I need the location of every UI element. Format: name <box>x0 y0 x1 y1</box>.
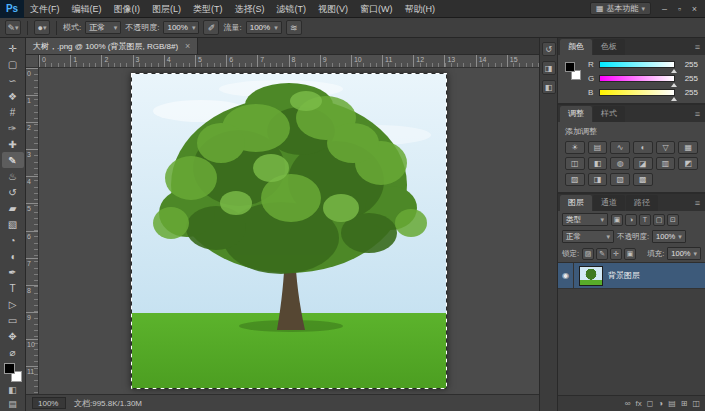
layer-filter-select[interactable]: 类型 ▾ <box>562 213 608 226</box>
menu-item[interactable]: 图像(I) <box>108 0 147 18</box>
lock-transparency-icon[interactable]: ▨ <box>582 248 594 260</box>
brush-tool[interactable]: ✎ <box>2 152 24 168</box>
green-channel-slider[interactable] <box>599 75 675 82</box>
collapsed-history-panel-icon[interactable]: ↺ <box>542 42 556 56</box>
minimize-button[interactable]: – <box>657 0 672 18</box>
filter-shape-layers-icon[interactable]: ▢ <box>653 214 665 226</box>
foreground-background-swatches[interactable] <box>4 363 22 382</box>
tab-paths[interactable]: 路径 <box>626 195 658 211</box>
posterize-adjustment-icon[interactable]: ▨ <box>565 173 585 186</box>
menu-item[interactable]: 文件(F) <box>24 0 66 18</box>
eraser-tool[interactable]: ▰ <box>2 200 24 216</box>
filter-adjustment-layers-icon[interactable]: ◑ <box>625 214 637 226</box>
workspace-switcher-button[interactable]: ▦ 基本功能 ▾ <box>590 2 651 15</box>
blue-channel-slider[interactable] <box>599 89 675 96</box>
move-tool[interactable]: ✛ <box>2 40 24 56</box>
tab-layers[interactable]: 图层 <box>560 195 592 211</box>
collapsed-info-panel-icon[interactable]: ◧ <box>542 80 556 94</box>
type-tool[interactable]: T <box>2 280 24 296</box>
hue-saturation-adjustment-icon[interactable]: ▦ <box>678 141 698 154</box>
lock-position-icon[interactable]: ✛ <box>610 248 622 260</box>
new-group-icon[interactable]: ▤ <box>668 399 676 408</box>
healing-brush-tool[interactable]: ✚ <box>2 136 24 152</box>
lock-pixels-icon[interactable]: ✎ <box>596 248 608 260</box>
filter-type-layers-icon[interactable]: T <box>639 214 651 226</box>
dodge-tool[interactable]: ◖ <box>2 248 24 264</box>
opacity-select[interactable]: 100% ▾ <box>163 21 199 34</box>
brightness-contrast-adjustment-icon[interactable]: ☀ <box>565 141 585 154</box>
slider-thumb[interactable] <box>671 94 677 101</box>
panel-menu-icon[interactable]: ≡ <box>690 109 705 122</box>
document-image[interactable] <box>131 73 447 389</box>
menu-item[interactable]: 类型(T) <box>187 0 229 18</box>
collapsed-properties-panel-icon[interactable]: ◨ <box>542 61 556 75</box>
selective-color-adjustment-icon[interactable]: ▩ <box>633 173 653 186</box>
close-button[interactable]: × <box>687 0 702 18</box>
lock-all-icon[interactable]: ▣ <box>624 248 636 260</box>
airbrush-toggle-button[interactable]: ≋ <box>286 20 302 35</box>
menu-item[interactable]: 视图(V) <box>312 0 354 18</box>
screen-mode-button[interactable]: ▤ <box>2 397 24 411</box>
green-channel-value[interactable]: 255 <box>679 74 698 83</box>
menu-item[interactable]: 编辑(E) <box>66 0 108 18</box>
menu-item[interactable]: 选择(S) <box>229 0 271 18</box>
filter-smart-object-icon[interactable]: ⊡ <box>667 214 679 226</box>
layer-blend-mode-select[interactable]: 正常 ▾ <box>562 230 614 243</box>
layer-row-background[interactable]: ◉ 背景图层 <box>558 263 705 289</box>
color-panel-swatches[interactable] <box>565 60 582 86</box>
path-selection-tool[interactable]: ▷ <box>2 296 24 312</box>
layer-visibility-toggle[interactable]: ◉ <box>558 263 574 288</box>
blend-mode-select[interactable]: 正常 ▾ <box>85 21 121 34</box>
crop-tool[interactable]: # <box>2 104 24 120</box>
blur-tool[interactable]: ◔ <box>2 232 24 248</box>
tab-swatches[interactable]: 色板 <box>593 39 625 55</box>
slider-thumb[interactable] <box>671 66 677 73</box>
panel-menu-icon[interactable]: ≡ <box>690 42 705 55</box>
delete-layer-icon[interactable]: ◫ <box>692 399 700 408</box>
tab-adjustments[interactable]: 调整 <box>560 106 592 122</box>
history-brush-tool[interactable]: ↺ <box>2 184 24 200</box>
rectangular-marquee-tool[interactable]: ▢ <box>2 56 24 72</box>
gradient-tool[interactable]: ▧ <box>2 216 24 232</box>
menu-item[interactable]: 帮助(H) <box>399 0 442 18</box>
hand-tool[interactable]: ✥ <box>2 328 24 344</box>
shape-tool[interactable]: ▭ <box>2 312 24 328</box>
new-layer-icon[interactable]: ⊞ <box>681 399 688 408</box>
blue-channel-value[interactable]: 255 <box>679 88 698 97</box>
filter-pixel-layers-icon[interactable]: ▣ <box>611 214 623 226</box>
layer-opacity-select[interactable]: 100% ▾ <box>652 230 686 243</box>
pen-tool[interactable]: ✒ <box>2 264 24 280</box>
quick-mask-button[interactable]: ◧ <box>2 384 24 398</box>
layer-fill-select[interactable]: 100% ▾ <box>667 247 701 260</box>
tool-preset-picker[interactable]: ✎ ▾ <box>5 20 21 35</box>
zoom-tool[interactable]: ⌀ <box>2 344 24 360</box>
close-icon[interactable]: × <box>185 41 190 51</box>
red-channel-value[interactable]: 255 <box>679 60 698 69</box>
threshold-adjustment-icon[interactable]: ◨ <box>588 173 608 186</box>
slider-thumb[interactable] <box>671 80 677 87</box>
layer-style-icon[interactable]: fx <box>635 399 641 408</box>
channel-mixer-adjustment-icon[interactable]: ◪ <box>633 157 653 170</box>
red-channel-slider[interactable] <box>599 61 675 68</box>
add-layer-mask-icon[interactable]: ◻ <box>647 399 654 408</box>
black-white-adjustment-icon[interactable]: ◧ <box>588 157 608 170</box>
curves-adjustment-icon[interactable]: ∿ <box>610 141 630 154</box>
layer-thumbnail[interactable] <box>579 266 603 286</box>
eyedropper-tool[interactable]: ✑ <box>2 120 24 136</box>
lasso-tool[interactable]: ∽ <box>2 72 24 88</box>
canvas-background[interactable] <box>39 68 539 394</box>
tab-styles[interactable]: 样式 <box>593 106 625 122</box>
panel-menu-icon[interactable]: ≡ <box>690 198 705 211</box>
color-lookup-adjustment-icon[interactable]: ▥ <box>656 157 676 170</box>
clone-stamp-tool[interactable]: ♨ <box>2 168 24 184</box>
tab-color[interactable]: 颜色 <box>560 39 592 55</box>
foreground-color-swatch[interactable] <box>565 62 575 72</box>
foreground-color-swatch[interactable] <box>4 363 15 374</box>
color-balance-adjustment-icon[interactable]: ◫ <box>565 157 585 170</box>
quick-selection-tool[interactable]: ❖ <box>2 88 24 104</box>
menu-item[interactable]: 滤镜(T) <box>271 0 313 18</box>
new-adjustment-layer-icon[interactable]: ◑ <box>658 399 663 408</box>
gradient-map-adjustment-icon[interactable]: ▧ <box>610 173 630 186</box>
flow-select[interactable]: 100% ▾ <box>246 21 282 34</box>
zoom-level-input[interactable]: 100% <box>32 397 66 409</box>
